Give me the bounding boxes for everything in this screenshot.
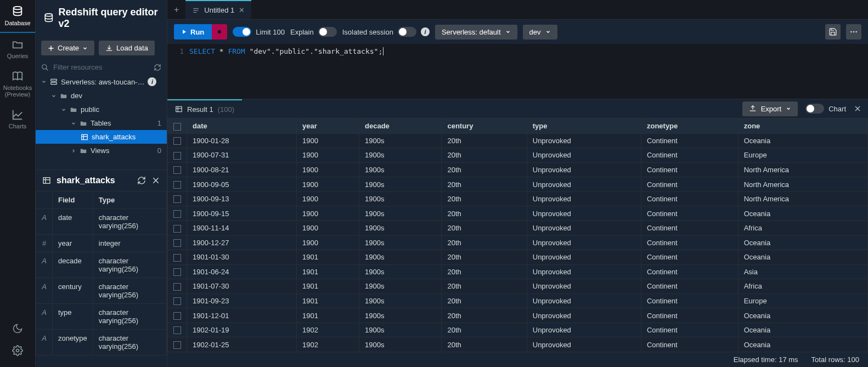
cell: 1900s xyxy=(359,337,442,352)
row-checkbox[interactable] xyxy=(168,337,187,352)
table-row[interactable]: 1900-07-3119001900s20thUnprovokedContine… xyxy=(168,148,868,163)
run-button[interactable]: Run xyxy=(174,24,212,39)
row-checkbox[interactable] xyxy=(168,177,187,192)
cell: Unprovoked xyxy=(527,250,641,265)
schema-row[interactable]: A type character varying(256) xyxy=(36,304,167,330)
new-tab-button[interactable]: + xyxy=(167,5,185,15)
settings-button[interactable] xyxy=(7,340,29,362)
schema-row[interactable]: A century character varying(256) xyxy=(36,278,167,304)
isolated-toggle[interactable] xyxy=(398,27,416,37)
table-row[interactable]: 1901-09-2319011900s20thUnprovokedContine… xyxy=(168,293,868,308)
column-header[interactable]: century xyxy=(442,119,527,134)
row-checkbox[interactable] xyxy=(168,293,187,308)
stop-button[interactable] xyxy=(212,24,227,39)
cell: 1900 xyxy=(296,235,359,250)
result-tab[interactable]: Result 1 (100) xyxy=(167,99,242,118)
row-checkbox[interactable] xyxy=(168,264,187,279)
schema-row[interactable]: A date character varying(256) xyxy=(36,209,167,235)
save-button[interactable] xyxy=(825,24,841,39)
tree-tables[interactable]: Tables 1 xyxy=(36,116,167,130)
cell: 20th xyxy=(442,308,527,323)
cell: Unprovoked xyxy=(527,279,641,294)
column-header[interactable]: zone xyxy=(738,119,867,134)
rail-charts[interactable]: Charts xyxy=(0,103,35,135)
explain-toggle[interactable] xyxy=(318,27,337,37)
cell: Continent xyxy=(641,323,738,337)
tree-schema[interactable]: public xyxy=(36,103,167,116)
load-data-button[interactable]: Load data xyxy=(99,41,155,55)
chevron-down-icon xyxy=(51,93,57,99)
table-row[interactable]: 1900-09-0519001900s20thUnprovokedContine… xyxy=(168,177,868,192)
sql-editor[interactable]: 1 SELECT * FROM "dev"."public"."shark_at… xyxy=(167,44,868,99)
select-all[interactable] xyxy=(168,119,187,134)
svg-rect-9 xyxy=(51,82,57,84)
table-row[interactable]: 1900-12-2719001900s20thUnprovokedContine… xyxy=(168,235,868,250)
cell: 1900-01-28 xyxy=(187,133,297,148)
database-select[interactable]: dev xyxy=(523,25,557,39)
tree-table-shark-attacks[interactable]: shark_attacks xyxy=(36,130,167,144)
cell: 1900-09-13 xyxy=(187,191,297,206)
table-row[interactable]: 1901-12-0119011900s20thUnprovokedContine… xyxy=(168,308,868,323)
more-button[interactable] xyxy=(846,24,861,39)
filter-input[interactable] xyxy=(53,63,149,71)
row-checkbox[interactable] xyxy=(168,162,187,177)
limit-toggle[interactable] xyxy=(233,27,251,37)
export-button[interactable]: Export xyxy=(742,101,798,116)
rail-database[interactable]: Database xyxy=(0,0,35,33)
table-row[interactable]: 1900-09-1519001900s20thUnprovokedContine… xyxy=(168,206,868,221)
info-icon[interactable]: i xyxy=(421,27,430,36)
schema-row[interactable]: A decade character varying(256) xyxy=(36,252,167,278)
close-icon[interactable] xyxy=(151,176,160,185)
chart-toggle[interactable] xyxy=(805,104,824,114)
row-checkbox[interactable] xyxy=(168,235,187,250)
table-row[interactable]: 1900-01-2819001900s20thUnprovokedContine… xyxy=(168,133,868,148)
col-field: Field xyxy=(53,191,93,209)
column-header[interactable]: date xyxy=(187,119,297,134)
row-checkbox[interactable] xyxy=(168,206,187,221)
table-row[interactable]: 1902-01-2519021900s20thUnprovokedContine… xyxy=(168,337,868,352)
table-row[interactable]: 1900-08-2119001900s20thUnprovokedContine… xyxy=(168,162,868,177)
cell: 1900s xyxy=(359,177,442,192)
tree-serverless[interactable]: Serverless: aws-toucan-… i xyxy=(36,75,167,89)
column-header[interactable]: year xyxy=(296,119,359,134)
row-checkbox[interactable] xyxy=(168,250,187,265)
close-tab-button[interactable]: ✕ xyxy=(239,6,245,14)
tree-label: Tables xyxy=(91,119,111,127)
cell: Oceania xyxy=(738,308,867,323)
create-button[interactable]: Create xyxy=(41,41,94,55)
refresh-icon[interactable] xyxy=(154,64,161,71)
row-checkbox[interactable] xyxy=(168,133,187,148)
rail-queries[interactable]: Queries xyxy=(0,33,35,65)
info-icon[interactable]: i xyxy=(148,77,156,86)
row-checkbox[interactable] xyxy=(168,323,187,337)
schema-row[interactable]: A zonetype character varying(256) xyxy=(36,330,167,355)
editor-tab[interactable]: Untitled 1 ✕ xyxy=(185,0,251,19)
sql-text: "dev"."public"."shark_attacks"; xyxy=(245,47,384,55)
table-row[interactable]: 1900-09-1319001900s20thUnprovokedContine… xyxy=(168,191,868,206)
row-checkbox[interactable] xyxy=(168,221,187,235)
close-icon[interactable] xyxy=(854,105,861,112)
table-row[interactable]: 1901-01-3019011900s20thUnprovokedContine… xyxy=(168,250,868,265)
schema-row[interactable]: # year integer xyxy=(36,235,167,252)
column-header[interactable]: type xyxy=(527,119,641,134)
sql-keyword: FROM xyxy=(228,47,245,55)
table-row[interactable]: 1901-06-2419011900s20thUnprovokedContine… xyxy=(168,264,868,279)
tree-db[interactable]: dev xyxy=(36,89,167,103)
cell: Unprovoked xyxy=(527,323,641,337)
table-row[interactable]: 1901-07-3019011900s20thUnprovokedContine… xyxy=(168,279,868,294)
table-row[interactable]: 1900-11-1419001900s20thUnprovokedContine… xyxy=(168,221,868,235)
row-checkbox[interactable] xyxy=(168,279,187,294)
column-header[interactable]: decade xyxy=(359,119,442,134)
result-grid-wrap[interactable]: dateyeardecadecenturytypezonetypezone 19… xyxy=(167,118,868,352)
rail-notebooks[interactable]: Notebooks (Preview) xyxy=(0,65,35,103)
theme-toggle[interactable] xyxy=(7,318,29,340)
column-header[interactable]: zonetype xyxy=(641,119,738,134)
row-checkbox[interactable] xyxy=(168,191,187,206)
row-checkbox[interactable] xyxy=(168,148,187,163)
table-row[interactable]: 1902-01-1919021900s20thUnprovokedContine… xyxy=(168,323,868,337)
field-type: integer xyxy=(93,235,166,252)
row-checkbox[interactable] xyxy=(168,308,187,323)
refresh-icon[interactable] xyxy=(137,176,146,185)
tree-views[interactable]: Views 0 xyxy=(36,144,167,157)
connection-select[interactable]: Serverless: default xyxy=(435,25,517,39)
